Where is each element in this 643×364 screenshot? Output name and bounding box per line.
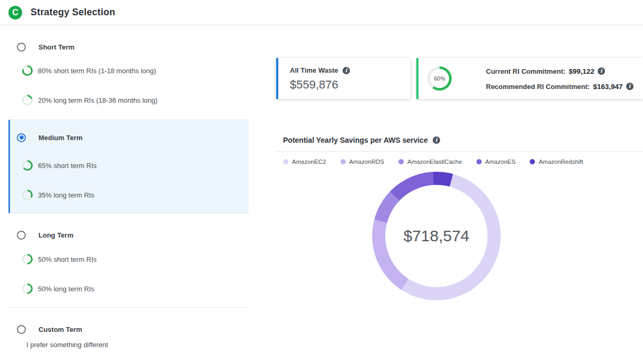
progress-ring-icon bbox=[22, 254, 33, 264]
strategy-option: 35% long term RIs bbox=[10, 190, 249, 200]
strategy-group-custom-term[interactable]: Custom Term I prefer something different bbox=[8, 324, 249, 349]
app-header: C Strategy Selection bbox=[0, 0, 643, 25]
recommended-commitment-value: $163,947 bbox=[593, 83, 622, 91]
strategy-option: 65% short term RIs bbox=[10, 160, 249, 171]
strategy-head-medium-term[interactable]: Medium Term bbox=[10, 132, 249, 143]
donut-center-total: $718,574 bbox=[372, 172, 501, 300]
app-logo-icon: C bbox=[8, 6, 22, 19]
legend-item[interactable]: AmazonElastiCache bbox=[398, 159, 462, 165]
info-icon[interactable] bbox=[626, 83, 634, 90]
option-label: 35% long term RIs bbox=[38, 191, 94, 199]
waste-value: $559,876 bbox=[290, 78, 411, 92]
legend-swatch bbox=[398, 159, 404, 164]
strategy-label: Custom Term bbox=[38, 326, 82, 333]
divider bbox=[8, 307, 249, 308]
savings-chart-panel: Potential Yearly Savings per AWS service… bbox=[276, 131, 643, 300]
legend-label: AmazonRDS bbox=[349, 159, 384, 165]
waste-card-title: All Time Waste bbox=[290, 66, 338, 74]
strategy-option: 20% long term RIs (18-36 months long) bbox=[8, 95, 249, 105]
progress-ring-icon bbox=[22, 65, 33, 76]
progress-ring-icon bbox=[22, 283, 33, 294]
option-label: 65% short term RIs bbox=[38, 162, 96, 170]
current-commitment-row: Current RI Commitment: $99,122 bbox=[486, 65, 634, 77]
strategy-label: Long Term bbox=[38, 231, 73, 239]
legend-swatch bbox=[476, 159, 482, 164]
progress-ring-icon bbox=[22, 95, 33, 105]
option-label: 80% short term RIs (1-18 months long) bbox=[38, 67, 156, 75]
legend-item[interactable]: AmazonEC2 bbox=[283, 159, 326, 165]
option-label: 20% long term RIs (18-36 months long) bbox=[38, 96, 158, 104]
chart-legend: AmazonEC2 AmazonRDS AmazonElastiCache Am… bbox=[283, 159, 643, 165]
legend-item[interactable]: AmazonRedshift bbox=[530, 159, 583, 165]
progress-ring-icon bbox=[22, 190, 33, 200]
current-commitment-value: $99,122 bbox=[569, 67, 595, 75]
legend-swatch bbox=[340, 159, 346, 164]
strategy-group-long-term[interactable]: Long Term 50% short term RIs 50% long te… bbox=[8, 230, 249, 294]
strategy-head-custom-term[interactable]: Custom Term bbox=[8, 324, 249, 335]
strategy-option: 50% long term RIs bbox=[8, 283, 249, 294]
strategy-group-short-term[interactable]: Short Term 80% short term RIs (1-18 mont… bbox=[8, 42, 249, 105]
legend-item[interactable]: AmazonES bbox=[476, 159, 516, 165]
current-commitment-label: Current RI Commitment: bbox=[486, 67, 566, 75]
legend-swatch bbox=[283, 159, 288, 164]
strategy-label: Short Term bbox=[38, 43, 74, 51]
legend-item[interactable]: AmazonRDS bbox=[340, 159, 384, 165]
option-label: 50% long term RIs bbox=[38, 285, 94, 293]
recommended-commitment-label: Recommended RI Commitment: bbox=[486, 83, 590, 91]
all-time-waste-card: All Time Waste $559,876 bbox=[276, 58, 411, 99]
option-label: 50% short term RIs bbox=[38, 255, 96, 263]
custom-term-description: I prefer something different bbox=[8, 341, 249, 349]
strategy-head-short-term[interactable]: Short Term bbox=[8, 42, 249, 52]
commitment-gauge: 60% bbox=[427, 66, 452, 91]
radio-short-term[interactable] bbox=[17, 43, 26, 52]
gauge-percent-label: 60% bbox=[427, 66, 452, 91]
legend-label: AmazonElastiCache bbox=[407, 159, 462, 165]
info-icon[interactable] bbox=[433, 136, 440, 144]
strategy-head-long-term[interactable]: Long Term bbox=[8, 230, 249, 240]
chart-title: Potential Yearly Savings per AWS service bbox=[283, 136, 428, 144]
info-icon[interactable] bbox=[343, 67, 350, 74]
legend-label: AmazonEC2 bbox=[292, 159, 326, 165]
radio-custom-term[interactable] bbox=[17, 325, 26, 334]
legend-label: AmazonES bbox=[485, 159, 516, 165]
radio-long-term[interactable] bbox=[17, 231, 26, 240]
page-title: Strategy Selection bbox=[31, 7, 115, 18]
info-icon[interactable] bbox=[598, 67, 605, 75]
recommended-commitment-row: Recommended RI Commitment: $163,947 bbox=[486, 81, 634, 92]
radio-medium-term[interactable] bbox=[17, 133, 26, 142]
strategy-option: 80% short term RIs (1-18 months long) bbox=[8, 65, 249, 76]
progress-ring-icon bbox=[22, 160, 33, 171]
strategy-label: Medium Term bbox=[38, 134, 83, 142]
legend-label: AmazonRedshift bbox=[539, 159, 583, 165]
strategy-option: 50% short term RIs bbox=[8, 254, 249, 264]
donut-chart[interactable]: $718,574 bbox=[372, 172, 501, 300]
divider bbox=[276, 151, 643, 152]
ri-commitment-card: 60% Current RI Commitment: $99,122 Recom… bbox=[416, 58, 643, 99]
strategy-panel: Short Term 80% short term RIs (1-18 mont… bbox=[8, 25, 249, 349]
strategy-group-medium-term[interactable]: Medium Term 65% short term RIs 35% long … bbox=[8, 120, 249, 213]
legend-swatch bbox=[530, 159, 535, 164]
